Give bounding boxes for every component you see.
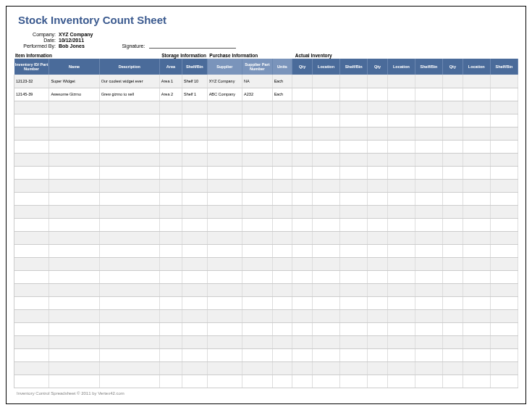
cell-inv [14, 153, 49, 166]
cell-s2 [415, 75, 442, 88]
cell-area [159, 309, 182, 322]
cell-spn: NA [242, 75, 273, 88]
cell-s2 [415, 153, 442, 166]
cell-units [272, 153, 292, 166]
cell-s2 [415, 127, 442, 140]
cell-l1 [313, 101, 340, 114]
th-area: Area [159, 59, 182, 75]
cell-s2 [415, 335, 442, 348]
cell-units [272, 231, 292, 244]
cell-inv [14, 101, 49, 114]
cell-inv [14, 127, 49, 140]
cell-inv [14, 361, 49, 375]
cell-s2 [415, 270, 442, 283]
table-row [14, 153, 518, 166]
cell-area [159, 283, 182, 296]
cell-s3 [490, 153, 518, 166]
cell-supplier [207, 270, 242, 283]
cell-l3 [463, 88, 490, 101]
cell-units [272, 322, 292, 335]
cell-supplier [207, 192, 242, 205]
cell-shelf [182, 375, 208, 388]
cell-units: Each [272, 88, 292, 101]
cell-name [49, 114, 99, 127]
cell-l3 [463, 361, 490, 375]
cell-name [49, 205, 99, 218]
cell-s2 [415, 205, 442, 218]
cell-area [159, 361, 182, 375]
cell-area [159, 114, 182, 127]
cell-l1 [313, 192, 340, 205]
signature-label: Signature: [122, 43, 145, 49]
cell-q1 [292, 205, 313, 218]
footer-text: Inventory Control Spreadsheet © 2011 by … [14, 391, 518, 396]
cell-desc [99, 270, 159, 283]
cell-s3 [490, 335, 518, 348]
cell-supplier: XYZ Company [207, 75, 242, 88]
cell-q2 [368, 322, 388, 335]
cell-q2 [368, 257, 388, 270]
cell-q1 [292, 296, 313, 309]
cell-q1 [292, 257, 313, 270]
cell-inv [14, 166, 49, 179]
cell-q3 [443, 127, 463, 140]
cell-s3 [490, 192, 518, 205]
cell-q3 [443, 296, 463, 309]
cell-area [159, 270, 182, 283]
table-row [14, 335, 518, 348]
cell-units [272, 335, 292, 348]
cell-inv [14, 335, 49, 348]
cell-area [159, 192, 182, 205]
cell-q1 [292, 218, 313, 231]
cell-q3 [443, 140, 463, 153]
cell-l2 [387, 88, 415, 101]
cell-s1 [340, 101, 368, 114]
table-row [14, 205, 518, 218]
cell-area: Area 1 [159, 75, 182, 88]
cell-inv [14, 322, 49, 335]
cell-desc: Grew gizmo to sell [99, 88, 159, 101]
th-supplier: Supplier [207, 59, 242, 75]
cell-q1 [292, 153, 313, 166]
cell-desc [99, 114, 159, 127]
cell-l3 [463, 335, 490, 348]
cell-inv [14, 179, 49, 192]
cell-l3 [463, 205, 490, 218]
cell-shelf [182, 257, 208, 270]
signature-line [149, 48, 236, 49]
cell-supplier [207, 166, 242, 179]
table-row [14, 322, 518, 335]
cell-name [49, 348, 99, 361]
cell-l1 [313, 231, 340, 244]
document-page: Stock Inventory Count Sheet Company: XYZ… [6, 6, 526, 404]
th-qty-1: Qty [292, 59, 313, 75]
group-storage: Storage Information [160, 51, 208, 59]
cell-desc [99, 257, 159, 270]
cell-s1 [340, 335, 368, 348]
cell-name [49, 101, 99, 114]
cell-units [272, 140, 292, 153]
cell-spn [242, 270, 273, 283]
cell-name [49, 231, 99, 244]
cell-desc [99, 361, 159, 375]
th-sb-2: Shelf/Bin [415, 59, 442, 75]
cell-l3 [463, 348, 490, 361]
cell-l3 [463, 179, 490, 192]
cell-q3 [443, 231, 463, 244]
cell-units [272, 309, 292, 322]
cell-name [49, 140, 99, 153]
cell-s1 [340, 296, 368, 309]
cell-units [272, 270, 292, 283]
cell-q2 [368, 153, 388, 166]
cell-shelf [182, 179, 208, 192]
cell-name [49, 257, 99, 270]
cell-l2 [387, 348, 415, 361]
cell-inv [14, 296, 49, 309]
cell-l1 [313, 322, 340, 335]
cell-name [49, 166, 99, 179]
table-row [14, 114, 518, 127]
table-row [14, 166, 518, 179]
cell-spn [242, 361, 273, 375]
cell-l3 [463, 244, 490, 257]
cell-q2 [368, 218, 388, 231]
